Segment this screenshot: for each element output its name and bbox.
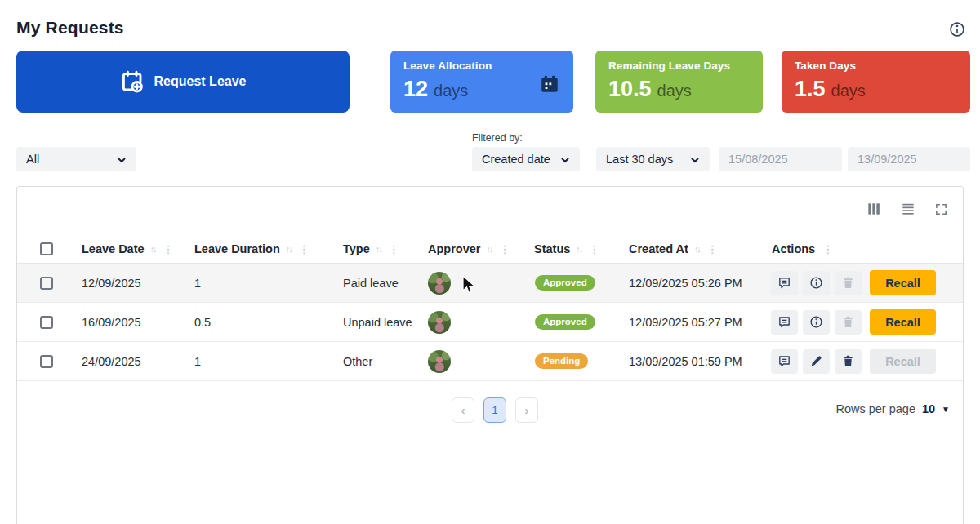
cell-type: Paid leave bbox=[331, 277, 416, 290]
stat-value: 1.5 bbox=[795, 77, 826, 102]
stat-label: Taken Days bbox=[795, 60, 957, 72]
range-filter-select[interactable]: Last 30 days bbox=[596, 147, 710, 171]
calendar-icon bbox=[539, 73, 560, 95]
request-leave-button[interactable]: Request Leave bbox=[16, 51, 350, 113]
date-from-value: 15/08/2025 bbox=[728, 153, 788, 166]
requests-table-card: Leave Date ↑↓ ⋮ Leave Duration ↑↓ ⋮ Type… bbox=[16, 186, 964, 524]
row-checkbox[interactable] bbox=[40, 355, 53, 368]
column-header-approver[interactable]: Approver ↑↓ ⋮ bbox=[416, 242, 522, 255]
cell-leave-date: 12/09/2025 bbox=[69, 277, 182, 290]
table-header-row: Leave Date ↑↓ ⋮ Leave Duration ↑↓ ⋮ Type… bbox=[17, 235, 963, 264]
cell-type: Other bbox=[331, 355, 416, 368]
column-menu-icon[interactable]: ⋮ bbox=[162, 243, 176, 255]
next-page-button[interactable]: › bbox=[515, 397, 538, 423]
sort-icon[interactable]: ↑↓ bbox=[576, 244, 581, 254]
prev-page-button[interactable]: ‹ bbox=[452, 397, 474, 423]
sort-icon[interactable]: ↑↓ bbox=[486, 244, 492, 254]
stat-unit: days bbox=[657, 82, 692, 100]
stat-card-remaining-leave: Remaining Leave Days 10.5 days bbox=[595, 51, 763, 113]
column-menu-icon[interactable]: ⋮ bbox=[706, 243, 719, 255]
stat-unit: days bbox=[831, 82, 866, 100]
field-filter-value: Created date bbox=[482, 153, 550, 166]
recall-button: Recall bbox=[870, 349, 936, 374]
page-number-button[interactable]: 1 bbox=[483, 397, 506, 423]
comment-button[interactable] bbox=[771, 271, 798, 295]
row-checkbox[interactable] bbox=[40, 316, 53, 329]
range-filter-value: Last 30 days bbox=[606, 153, 673, 166]
column-menu-icon[interactable]: ⋮ bbox=[387, 243, 401, 255]
field-filter-select[interactable]: Created date bbox=[472, 147, 580, 171]
chevron-down-icon bbox=[560, 154, 570, 164]
delete-button bbox=[835, 310, 862, 335]
cell-leave-date: 24/09/2025 bbox=[69, 355, 182, 368]
sort-icon[interactable]: ↑↓ bbox=[694, 244, 700, 254]
stat-label: Remaining Leave Days bbox=[608, 60, 750, 72]
page-title: My Requests bbox=[16, 18, 124, 38]
table-row[interactable]: 16/09/2025 0.5 Unpaid leave Approved 12/… bbox=[17, 303, 963, 342]
cell-created-at: 13/09/2025 01:59 PM bbox=[617, 355, 760, 368]
status-badge: Approved bbox=[535, 314, 595, 330]
column-header-leave-duration[interactable]: Leave Duration ↑↓ ⋮ bbox=[182, 242, 331, 255]
cell-leave-duration: 0.5 bbox=[182, 316, 331, 329]
table-row[interactable]: 12/09/2025 1 Paid leave Approved 12/09/2… bbox=[17, 264, 963, 303]
sort-icon[interactable]: ↑↓ bbox=[150, 244, 156, 254]
table-row[interactable]: 24/09/2025 1 Other Pending 13/09/2025 01… bbox=[17, 342, 963, 381]
stat-card-taken-days: Taken Days 1.5 days bbox=[782, 51, 970, 113]
calendar-plus-icon bbox=[120, 69, 145, 94]
delete-button bbox=[835, 271, 862, 295]
date-from-input[interactable]: 15/08/2025 bbox=[719, 147, 842, 171]
approver-avatar[interactable] bbox=[428, 311, 451, 334]
sort-icon[interactable]: ↑↓ bbox=[286, 244, 292, 254]
cell-created-at: 12/09/2025 05:26 PM bbox=[617, 277, 760, 290]
date-to-value: 13/09/2025 bbox=[858, 153, 917, 166]
list-density-icon[interactable] bbox=[900, 201, 916, 217]
date-to-input[interactable]: 13/09/2025 bbox=[848, 147, 970, 171]
comment-button[interactable] bbox=[771, 310, 798, 335]
column-menu-icon[interactable]: ⋮ bbox=[821, 243, 835, 255]
cell-leave-duration: 1 bbox=[182, 355, 331, 368]
pagination: ‹ 1 › bbox=[452, 397, 538, 423]
row-checkbox[interactable] bbox=[40, 277, 53, 290]
stat-unit: days bbox=[434, 82, 468, 100]
column-header-leave-date[interactable]: Leave Date ↑↓ ⋮ bbox=[69, 242, 182, 255]
edit-button[interactable] bbox=[803, 349, 830, 374]
status-badge: Approved bbox=[535, 275, 595, 291]
stat-value: 12 bbox=[403, 77, 428, 102]
column-menu-icon[interactable]: ⋮ bbox=[497, 243, 511, 255]
delete-button[interactable] bbox=[835, 349, 862, 374]
approver-avatar[interactable] bbox=[428, 272, 451, 295]
status-badge: Pending bbox=[535, 353, 588, 369]
sort-icon[interactable]: ↑↓ bbox=[376, 244, 381, 254]
fullscreen-icon[interactable] bbox=[934, 202, 948, 216]
stat-value: 10.5 bbox=[608, 77, 652, 102]
type-filter-value: All bbox=[26, 153, 39, 166]
column-header-created-at[interactable]: Created At ↑↓ ⋮ bbox=[617, 242, 760, 255]
recall-button[interactable]: Recall bbox=[870, 270, 936, 295]
rows-per-page-select[interactable]: Rows per page 10 ▼ bbox=[835, 402, 950, 415]
column-header-status[interactable]: Status ↑↓ ⋮ bbox=[522, 242, 617, 255]
info-icon[interactable] bbox=[949, 21, 965, 38]
stat-card-leave-allocation: Leave Allocation 12 days bbox=[390, 51, 573, 113]
chevron-down-icon bbox=[117, 154, 127, 164]
request-leave-label: Request Leave bbox=[154, 74, 247, 89]
columns-icon[interactable] bbox=[866, 201, 882, 217]
cell-created-at: 12/09/2025 05:27 PM bbox=[617, 316, 760, 329]
stat-label: Leave Allocation bbox=[403, 60, 560, 72]
cell-leave-date: 16/09/2025 bbox=[69, 316, 182, 329]
rows-per-page-label: Rows per page bbox=[835, 402, 915, 415]
recall-button[interactable]: Recall bbox=[870, 309, 936, 335]
column-menu-icon[interactable]: ⋮ bbox=[587, 243, 601, 255]
caret-down-icon: ▼ bbox=[942, 405, 950, 414]
column-header-actions: Actions ⋮ bbox=[760, 242, 963, 255]
info-button[interactable] bbox=[803, 271, 830, 295]
approver-avatar[interactable] bbox=[428, 350, 451, 373]
column-header-type[interactable]: Type ↑↓ ⋮ bbox=[331, 242, 416, 255]
table-body: 12/09/2025 1 Paid leave Approved 12/09/2… bbox=[17, 264, 963, 381]
column-menu-icon[interactable]: ⋮ bbox=[297, 243, 311, 255]
comment-button[interactable] bbox=[771, 349, 798, 374]
filtered-by-label: Filtered by: bbox=[472, 132, 523, 144]
type-filter-select[interactable]: All bbox=[16, 147, 136, 171]
info-button[interactable] bbox=[803, 310, 830, 335]
select-all-checkbox[interactable] bbox=[40, 242, 53, 255]
cell-type: Unpaid leave bbox=[331, 316, 416, 329]
